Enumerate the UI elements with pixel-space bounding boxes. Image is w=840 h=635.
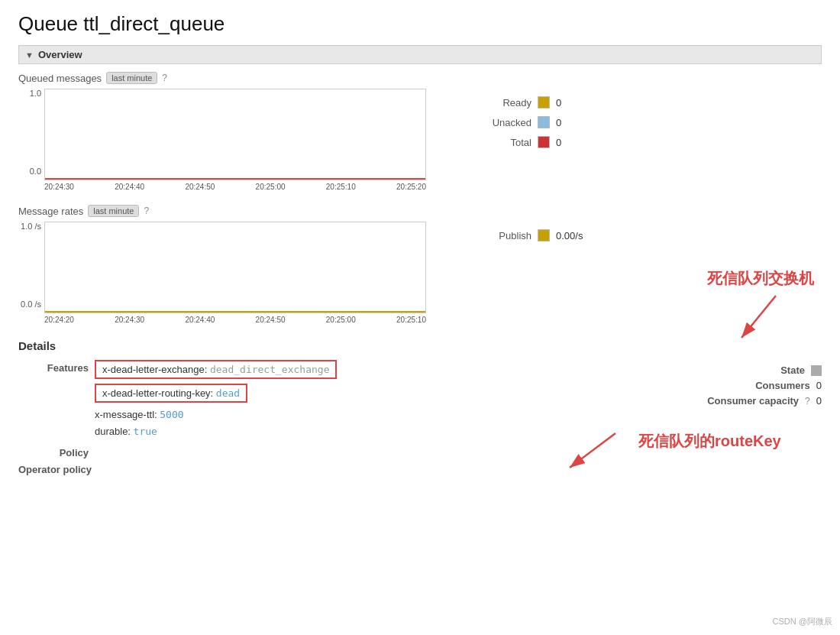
details-title: Details xyxy=(18,339,822,352)
feature-values-list: x-dead-letter-exchange: dead_direct_exch… xyxy=(95,360,337,439)
feature-val-durable: true xyxy=(134,426,157,437)
message-rates-y-labels: 1.0 /s 0.0 /s xyxy=(18,222,41,324)
annotation-routekey-arrow-svg xyxy=(562,429,638,475)
features-row: Features x-dead-letter-exchange: dead_di… xyxy=(18,360,554,439)
message-rates-label-row: Message rates last minute ? xyxy=(18,205,822,217)
rates-y-label-bottom: 0.0 /s xyxy=(21,300,41,309)
queued-messages-legend: Ready 0 Unacked 0 Total 0 xyxy=(449,89,586,148)
consumers-value: 0 xyxy=(816,380,822,391)
state-row: State xyxy=(562,364,822,376)
details-right-panel: 死信队列交换机 State xyxy=(554,360,822,478)
annotation-routekey: 死信队列的routeKey xyxy=(562,429,822,475)
annotation-routekey-text: 死信队列的routeKey xyxy=(638,431,781,452)
feature-key-exchange: x-dead-letter-exchange: xyxy=(102,364,210,375)
feature-val-routing: dead xyxy=(216,387,240,399)
rates-x-label-2: 20:24:30 xyxy=(115,316,144,324)
consumers-label: Consumers xyxy=(755,380,810,391)
rates-chart-baseline xyxy=(45,311,425,313)
legend-publish-color xyxy=(538,229,550,241)
feature-item-4: durable: true xyxy=(95,424,337,439)
legend-ready: Ready 0 xyxy=(449,96,586,109)
queued-messages-chart-area: 1.0 0.0 20:24:30 20:24:40 20:24:50 20:25… xyxy=(18,89,426,191)
svg-line-3 xyxy=(570,433,615,468)
x-label-6: 20:25:20 xyxy=(396,183,426,191)
message-rates-chart-row: 1.0 /s 0.0 /s 20:24:20 20:24:30 20:24:40… xyxy=(18,222,822,324)
message-rates-canvas xyxy=(44,222,426,313)
legend-unacked-label: Unacked xyxy=(478,117,531,128)
queued-messages-label-row: Queued messages last minute ? xyxy=(18,72,822,84)
consumer-capacity-help[interactable]: ? xyxy=(805,396,810,407)
consumers-row: Consumers 0 xyxy=(562,380,822,391)
policy-row: Policy xyxy=(18,445,554,458)
legend-publish: Publish 0.00/s xyxy=(449,229,586,241)
feature-val-ttl: 5000 xyxy=(160,409,183,420)
feature-item-2: x-dead-letter-routing-key: dead xyxy=(95,384,337,405)
message-rates-badge[interactable]: last minute xyxy=(88,205,139,217)
y-label-top: 1.0 xyxy=(30,89,41,98)
legend-total-color xyxy=(538,136,550,148)
feature-box-exchange: x-dead-letter-exchange: dead_direct_exch… xyxy=(95,360,337,379)
message-rates-label: Message rates xyxy=(18,206,83,217)
queued-messages-block: Queued messages last minute ? 1.0 0.0 20… xyxy=(18,72,822,191)
x-label-1: 20:24:30 xyxy=(44,183,74,191)
queued-messages-badge[interactable]: last minute xyxy=(106,72,157,84)
legend-ready-label: Ready xyxy=(478,97,531,109)
legend-publish-value: 0.00/s xyxy=(556,230,586,241)
legend-ready-value: 0 xyxy=(556,97,586,109)
legend-publish-label: Publish xyxy=(478,230,531,241)
legend-ready-color xyxy=(538,96,550,109)
rates-x-label-4: 20:24:50 xyxy=(256,316,286,324)
state-label: State xyxy=(780,364,805,376)
consumer-capacity-label: Consumer capacity xyxy=(707,395,799,407)
legend-total-label: Total xyxy=(478,137,531,148)
rates-x-label-1: 20:24:20 xyxy=(44,316,74,324)
legend-unacked-value: 0 xyxy=(556,117,586,128)
queued-messages-chart-container: 20:24:30 20:24:40 20:24:50 20:25:00 20:2… xyxy=(44,89,426,191)
overview-header: ▼ Overview xyxy=(18,45,822,64)
message-rates-chart-container: 20:24:20 20:24:30 20:24:40 20:24:50 20:2… xyxy=(44,222,426,324)
legend-unacked: Unacked 0 xyxy=(449,116,586,128)
feature-val-exchange: dead_direct_exchange xyxy=(210,364,330,375)
legend-total: Total 0 xyxy=(449,136,586,148)
details-left-panel: Features x-dead-letter-exchange: dead_di… xyxy=(18,360,554,478)
legend-total-value: 0 xyxy=(556,137,586,148)
page-title-prefix: Queue xyxy=(18,12,78,35)
queued-messages-x-labels: 20:24:30 20:24:40 20:24:50 20:25:00 20:2… xyxy=(44,183,426,191)
x-label-4: 20:25:00 xyxy=(256,183,286,191)
consumer-capacity-row: Consumer capacity ? 0 xyxy=(562,395,822,407)
message-rates-x-labels: 20:24:20 20:24:30 20:24:40 20:24:50 20:2… xyxy=(44,316,426,324)
overview-label: Overview xyxy=(38,49,82,60)
collapse-arrow-icon: ▼ xyxy=(25,50,34,60)
rates-y-label-top: 1.0 /s xyxy=(21,222,41,231)
chart-baseline-line xyxy=(45,178,425,180)
queued-messages-label: Queued messages xyxy=(18,73,102,84)
queued-messages-y-labels: 1.0 0.0 xyxy=(18,89,41,191)
policy-label: Policy xyxy=(18,445,95,458)
queued-messages-canvas xyxy=(44,89,426,180)
x-label-2: 20:24:40 xyxy=(115,183,144,191)
feature-key-routing: x-dead-letter-routing-key: xyxy=(102,387,216,399)
feature-item-1: x-dead-letter-exchange: dead_direct_exch… xyxy=(95,360,337,381)
message-rates-help[interactable]: ? xyxy=(144,206,149,216)
message-rates-legend: Publish 0.00/s xyxy=(449,222,586,241)
message-rates-block: Message rates last minute ? 1.0 /s 0.0 /… xyxy=(18,205,822,324)
feature-box-routing: x-dead-letter-routing-key: dead xyxy=(95,384,247,403)
annotation-routekey-inner: 死信队列的routeKey xyxy=(562,429,822,475)
y-label-bottom: 0.0 xyxy=(30,167,41,176)
features-label: Features xyxy=(18,360,95,374)
rates-x-label-3: 20:24:40 xyxy=(185,316,215,324)
x-label-3: 20:24:50 xyxy=(185,183,215,191)
rates-x-label-6: 20:25:10 xyxy=(396,316,426,324)
details-section: Details Features x-dead-letter-exchange:… xyxy=(18,339,822,478)
x-label-5: 20:25:10 xyxy=(326,183,356,191)
queued-messages-help[interactable]: ? xyxy=(162,73,167,83)
feature-item-3: x-message-ttl: 5000 xyxy=(95,407,337,422)
queued-messages-chart-row: 1.0 0.0 20:24:30 20:24:40 20:24:50 20:25… xyxy=(18,89,822,191)
operator-policy-label: Operator policy xyxy=(18,462,98,475)
page-title: Queue ttl_direct_queue xyxy=(18,12,822,36)
rates-x-label-5: 20:25:00 xyxy=(326,316,356,324)
consumer-capacity-value: 0 xyxy=(816,395,822,407)
operator-policy-row: Operator policy xyxy=(18,462,554,475)
state-indicator xyxy=(811,365,822,376)
message-rates-chart-area: 1.0 /s 0.0 /s 20:24:20 20:24:30 20:24:40… xyxy=(18,222,426,324)
